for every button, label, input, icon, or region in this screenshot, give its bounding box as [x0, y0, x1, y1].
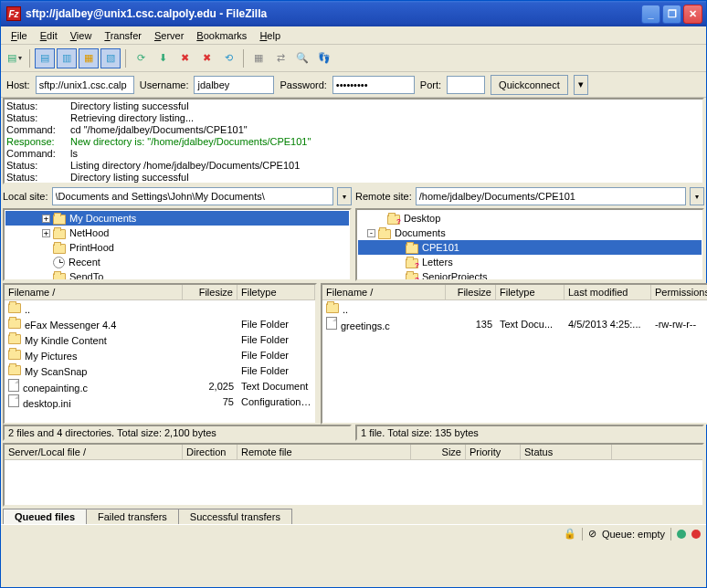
- column-header[interactable]: Size: [411, 445, 466, 459]
- toolbar: ▤▾ ▤ ▥ ▦ ▧ ⟳ ⬇ ✖ ✖ ⟲ ▦ ⇄ 🔍 👣: [1, 45, 706, 72]
- menu-server[interactable]: Server: [148, 28, 190, 43]
- statusbar: 🔒 ⊘ Queue: empty: [1, 524, 706, 542]
- list-row[interactable]: My Kindle ContentFile Folder: [5, 331, 315, 347]
- sync-browse-button[interactable]: 🔍: [292, 48, 312, 68]
- menu-transfer[interactable]: Transfer: [98, 28, 148, 43]
- tree-item[interactable]: Recent: [5, 255, 349, 269]
- tree-item[interactable]: Letters: [358, 255, 702, 269]
- queue-tab[interactable]: Queued files: [3, 509, 87, 524]
- column-header[interactable]: Direction: [183, 445, 237, 459]
- log-pane[interactable]: Status:Directory listing successfulStatu…: [3, 98, 704, 184]
- quickconnect-button[interactable]: Quickconnect: [491, 75, 568, 95]
- menubar: FileEditViewTransferServerBookmarksHelp: [1, 26, 706, 45]
- queue-tabs: Queued filesFailed transfersSuccessful t…: [3, 509, 704, 524]
- refresh-button[interactable]: ⟳: [131, 48, 151, 68]
- remote-status: 1 file. Total size: 135 bytes: [355, 425, 704, 441]
- password-input[interactable]: [332, 76, 415, 94]
- toggle-local-tree-button[interactable]: ▥: [57, 48, 77, 68]
- queue-header: Server/Local file /DirectionRemote fileS…: [5, 445, 702, 460]
- tree-panes: +My Documents+NetHoodPrintHoodRecentSend…: [3, 208, 704, 281]
- maximize-button[interactable]: ❐: [662, 5, 681, 24]
- host-label: Host:: [6, 79, 30, 90]
- queue-indicator-icon: ⊘: [588, 528, 596, 540]
- list-row[interactable]: greetings.c135Text Docu...4/5/2013 4:25:…: [322, 316, 707, 331]
- disconnect-button[interactable]: ✖: [196, 48, 216, 68]
- menu-file[interactable]: File: [5, 28, 34, 43]
- list-row[interactable]: ..: [5, 300, 315, 316]
- menu-edit[interactable]: Edit: [34, 28, 64, 43]
- username-label: Username:: [140, 79, 189, 90]
- log-row: Status:Listing directory /home/jdalbey/D…: [6, 160, 701, 172]
- tree-item[interactable]: Desktop: [358, 211, 702, 226]
- column-header[interactable]: Remote file: [237, 445, 411, 459]
- log-row: Status:Directory listing successful: [6, 172, 701, 184]
- column-header[interactable]: Filetype: [496, 285, 565, 299]
- list-row[interactable]: eFax Messenger 4.4File Folder: [5, 316, 315, 331]
- column-header[interactable]: Permissions: [651, 285, 707, 299]
- column-header[interactable]: Filetype: [237, 285, 315, 299]
- remote-site-dropdown[interactable]: ▾: [690, 187, 704, 205]
- titlebar: Fz sftp://jdalbey@unix1.csc.calpoly.edu …: [1, 1, 706, 26]
- queue-tab[interactable]: Successful transfers: [178, 509, 292, 524]
- column-header[interactable]: Filesize: [446, 285, 496, 299]
- password-label: Password:: [280, 79, 326, 90]
- local-site-input[interactable]: [52, 187, 333, 205]
- toggle-remote-tree-button[interactable]: ▦: [79, 48, 99, 68]
- list-row[interactable]: My ScanSnapFile Folder: [5, 362, 315, 378]
- column-header[interactable]: Filesize: [183, 285, 237, 299]
- column-header[interactable]: Filename /: [322, 285, 446, 299]
- search-button[interactable]: 👣: [314, 48, 334, 68]
- list-row[interactable]: desktop.ini75Configuration S...: [5, 394, 315, 409]
- tree-item[interactable]: SendTo: [5, 269, 349, 281]
- log-row: Command:cd "/home/jdalbey/Documents/CPE1…: [6, 124, 701, 136]
- toggle-log-button[interactable]: ▤: [35, 48, 55, 68]
- queue-tab[interactable]: Failed transfers: [86, 509, 179, 524]
- status-row: 2 files and 4 directories. Total size: 2…: [3, 425, 704, 441]
- minimize-button[interactable]: _: [641, 5, 660, 24]
- column-header[interactable]: Status: [521, 445, 612, 459]
- process-queue-button[interactable]: ⬇: [153, 48, 173, 68]
- filter-button[interactable]: ▦: [248, 48, 269, 68]
- local-site-dropdown[interactable]: ▾: [337, 187, 352, 205]
- list-row[interactable]: conepainting.c2,025Text Document: [5, 378, 315, 394]
- username-input[interactable]: [194, 76, 274, 94]
- quickconnect-dropdown[interactable]: ▾: [574, 75, 588, 95]
- close-button[interactable]: ✕: [683, 5, 702, 24]
- menu-view[interactable]: View: [64, 28, 99, 43]
- compare-button[interactable]: ⇄: [270, 48, 290, 68]
- column-header[interactable]: Priority: [466, 445, 521, 459]
- cancel-button[interactable]: ✖: [174, 48, 195, 68]
- remote-site-input[interactable]: [416, 187, 686, 205]
- tree-item[interactable]: PrintHood: [5, 240, 349, 255]
- reconnect-button[interactable]: ⟲: [218, 48, 238, 68]
- port-input[interactable]: [447, 76, 485, 94]
- menu-bookmarks[interactable]: Bookmarks: [190, 28, 253, 43]
- tree-item[interactable]: CPE101: [358, 240, 702, 255]
- tree-item[interactable]: -Documents: [358, 226, 702, 240]
- log-row: Command:ls: [6, 148, 701, 160]
- app-window: Fz sftp://jdalbey@unix1.csc.calpoly.edu …: [0, 0, 707, 588]
- remote-tree[interactable]: Desktop-DocumentsCPE101LettersSeniorProj…: [355, 208, 704, 281]
- toggle-queue-button[interactable]: ▧: [100, 48, 121, 68]
- site-manager-button[interactable]: ▤▾: [5, 48, 25, 68]
- column-header[interactable]: Server/Local file /: [5, 445, 183, 459]
- site-bar: Local site: ▾ Remote site: ▾: [3, 186, 704, 206]
- local-file-list[interactable]: Filename /FilesizeFiletype ..eFax Messen…: [3, 283, 317, 425]
- remote-file-list[interactable]: Filename /FilesizeFiletypeLast modifiedP…: [321, 283, 707, 425]
- file-lists: Filename /FilesizeFiletype ..eFax Messen…: [3, 283, 704, 425]
- host-input[interactable]: [36, 76, 134, 94]
- list-row[interactable]: My PicturesFile Folder: [5, 347, 315, 362]
- tree-item[interactable]: +My Documents: [5, 211, 349, 226]
- queue-pane[interactable]: Server/Local file /DirectionRemote fileS…: [3, 443, 704, 507]
- column-header[interactable]: Filename /: [5, 285, 183, 299]
- local-tree[interactable]: +My Documents+NetHoodPrintHoodRecentSend…: [3, 208, 352, 281]
- local-list-header: Filename /FilesizeFiletype: [5, 285, 315, 300]
- column-header[interactable]: Last modified: [565, 285, 651, 299]
- tree-item[interactable]: +NetHood: [5, 226, 349, 240]
- log-row: Status:Directory listing successful: [6, 100, 701, 112]
- list-row[interactable]: ..: [322, 300, 707, 316]
- local-site-label: Local site:: [3, 191, 48, 202]
- local-status: 2 files and 4 directories. Total size: 2…: [3, 425, 352, 441]
- menu-help[interactable]: Help: [253, 28, 287, 43]
- tree-item[interactable]: SeniorProjects: [358, 269, 702, 281]
